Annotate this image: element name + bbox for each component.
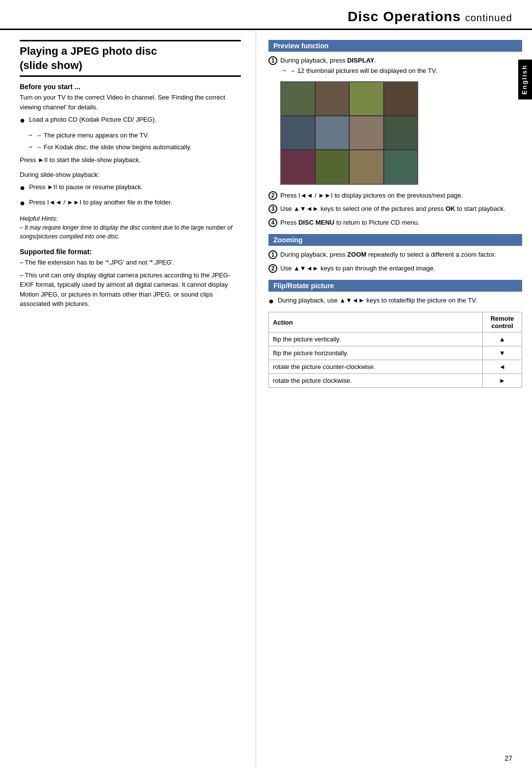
remote-line2: control bbox=[491, 322, 513, 330]
table-row: rotate the picture counter-clockwise.◄ bbox=[269, 360, 522, 374]
ok-bold: OK bbox=[445, 205, 455, 212]
action-table: Action Remote control flip the picture v… bbox=[268, 312, 522, 388]
bullet-text-2: Press ►II to pause or resume playback. bbox=[29, 182, 143, 192]
step-num-4: 4 bbox=[268, 218, 277, 227]
arrow-text-1: →→ The picture menu appears on the TV. bbox=[27, 130, 241, 140]
thumb-8 bbox=[384, 116, 418, 149]
lang-tab: English bbox=[518, 60, 532, 100]
italic-body-1: – It may require longer time to display … bbox=[20, 223, 241, 241]
arrow-sym-1: → bbox=[27, 131, 33, 139]
section-title: Playing a JPEG photo disc (slide show) bbox=[20, 40, 241, 77]
bullet-text-1: Load a photo CD (Kodak Picture CD/ JPEG)… bbox=[29, 115, 157, 125]
table-col-remote: Remote control bbox=[483, 312, 522, 333]
thumb-2 bbox=[316, 82, 349, 115]
bullet-dot-2: ● bbox=[20, 181, 25, 195]
step-content-3: Use ▲▼◄► keys to select one of the pictu… bbox=[280, 204, 522, 214]
page-number: 27 bbox=[504, 754, 512, 762]
section-title-line1: Playing a JPEG photo disc bbox=[20, 44, 241, 59]
right-column: English Preview function 1 During playba… bbox=[256, 30, 532, 768]
preview-step-1: 1 During playback, press DISPLAY. →→ 12 … bbox=[268, 56, 522, 77]
left-column: Playing a JPEG photo disc (slide show) B… bbox=[0, 30, 256, 768]
thumb-11 bbox=[350, 150, 383, 183]
supported-text-1: – The file extension has to be '*.JPG' a… bbox=[20, 258, 241, 268]
arrow-sym-2: → bbox=[27, 143, 33, 151]
step1-bold: DISPLAY bbox=[347, 57, 374, 64]
bullet-item-2: ● Press ►II to pause or resume playback. bbox=[20, 182, 241, 195]
continued-text: continued bbox=[465, 12, 512, 23]
thumb-9 bbox=[281, 150, 315, 183]
step-num-1: 1 bbox=[268, 56, 277, 65]
step-content-4: Press DISC MENU to return to Picture CD … bbox=[280, 218, 522, 228]
bullet-dot-3: ● bbox=[20, 197, 25, 210]
step-content-1: During playback, press DISPLAY. →→ 12 th… bbox=[280, 56, 522, 77]
thumb-10 bbox=[316, 150, 349, 183]
arrow-text-2: →→ For Kodak disc, the slide show begins… bbox=[27, 142, 241, 152]
table-cell-action: rotate the picture counter-clockwise. bbox=[269, 360, 483, 374]
thumb-12 bbox=[384, 150, 418, 183]
flip-bullet: ● During playback, use ▲▼◄► keys to rota… bbox=[268, 296, 522, 308]
preview-step-3: 3 Use ▲▼◄► keys to select one of the pic… bbox=[268, 204, 522, 214]
bullet-item-1: ● Load a photo CD (Kodak Picture CD/ JPE… bbox=[20, 115, 241, 127]
table-cell-action: flip the picture horizontally. bbox=[269, 346, 483, 360]
disc-menu-bold: DISC MENU bbox=[299, 219, 334, 226]
thumb-1 bbox=[281, 82, 315, 115]
step1-text: During playback, press DISPLAY. bbox=[280, 57, 376, 64]
zoom-step-num-2: 2 bbox=[268, 264, 277, 273]
thumb-7 bbox=[350, 116, 383, 149]
step-num-3: 3 bbox=[268, 204, 277, 213]
remote-line1: Remote bbox=[491, 315, 514, 322]
zoom-step-num-1: 1 bbox=[268, 250, 277, 259]
bullet-item-3: ● Press I◄◄ / ►►I to play another file i… bbox=[20, 198, 241, 210]
title-text: Disc Operations bbox=[348, 9, 461, 24]
page-title: Disc Operations continued bbox=[348, 9, 512, 24]
supported-heading: Supported file format: bbox=[20, 248, 241, 256]
preview-bar: Preview function bbox=[268, 40, 522, 52]
zoom-bold: ZOOM bbox=[347, 251, 366, 258]
table-cell-remote: ▼ bbox=[483, 346, 522, 360]
table-row: rotate the picture clockwise.► bbox=[269, 374, 522, 388]
table-cell-remote: ◄ bbox=[483, 360, 522, 374]
table-cell-action: flip the picture vertically. bbox=[269, 333, 483, 346]
flip-bullet-text: During playback, use ▲▼◄► keys to rotate… bbox=[278, 296, 477, 305]
zooming-bar: Zooming bbox=[268, 234, 522, 246]
bullet-text-3: Press I◄◄ / ►►I to play another file in … bbox=[29, 198, 172, 207]
supported-text-2: – This unit can only display digital cam… bbox=[20, 270, 241, 309]
thumbnail-grid bbox=[280, 81, 418, 185]
step-num-2: 2 bbox=[268, 191, 277, 200]
thumb-6 bbox=[316, 116, 349, 149]
helpful-hints-heading: Helpful Hints: bbox=[20, 215, 241, 222]
zoom-step-1: 1 During playback, press ZOOM repeatedly… bbox=[268, 250, 522, 260]
table-col-action: Action bbox=[269, 312, 483, 333]
bullet-dot-1: ● bbox=[20, 114, 25, 127]
flip-bar: Flip/Rotate picture bbox=[268, 280, 522, 292]
preview-step-4: 4 Press DISC MENU to return to Picture C… bbox=[268, 218, 522, 228]
thumb-5 bbox=[281, 116, 315, 149]
zoom-content-1: During playback, press ZOOM repeatedly t… bbox=[280, 250, 522, 260]
main-content: Playing a JPEG photo disc (slide show) B… bbox=[0, 30, 532, 768]
thumb-4 bbox=[384, 82, 418, 115]
section-title-line2: (slide show) bbox=[20, 59, 241, 73]
page-header: Disc Operations continued bbox=[0, 0, 532, 30]
preview-arrow-text: → 12 thumbnail pictures will be displaye… bbox=[289, 67, 437, 74]
during-text: During slide-show playback: bbox=[20, 170, 241, 180]
arrow-body-1: → The picture menu appears on the TV. bbox=[35, 132, 149, 139]
preview-step-2: 2 Press I◄◄ / ►►I to display pictures on… bbox=[268, 191, 522, 201]
before-start-heading: Before you start ... bbox=[20, 83, 241, 91]
zoom-step-2: 2 Use ▲▼◄► keys to pan through the enlar… bbox=[268, 264, 522, 273]
step1-arrow: →→ 12 thumbnail pictures will be display… bbox=[280, 66, 522, 76]
zoom-content-2: Use ▲▼◄► keys to pan through the enlarge… bbox=[280, 264, 522, 273]
press-text: Press ►II to start the slide-show playba… bbox=[20, 155, 241, 165]
table-row: flip the picture vertically.▲ bbox=[269, 333, 522, 346]
table-cell-action: rotate the picture clockwise. bbox=[269, 374, 483, 388]
arrow-body-2: → For Kodak disc, the slide show begins … bbox=[35, 143, 192, 151]
table-row: flip the picture horizontally.▼ bbox=[269, 346, 522, 360]
page-container: Disc Operations continued Playing a JPEG… bbox=[0, 0, 532, 772]
table-cell-remote: ► bbox=[483, 374, 522, 388]
before-text: Turn on your TV to the correct Video In … bbox=[20, 93, 241, 112]
flip-bullet-dot: ● bbox=[268, 295, 274, 308]
thumb-3 bbox=[350, 82, 383, 115]
step-content-2: Press I◄◄ / ►►I to display pictures on t… bbox=[280, 191, 522, 201]
table-cell-remote: ▲ bbox=[483, 333, 522, 346]
